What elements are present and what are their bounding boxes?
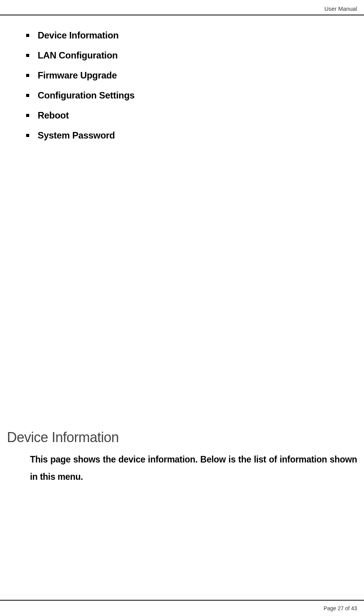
list-item-label: Device Information <box>38 30 119 41</box>
list-item: Device Information <box>26 30 135 41</box>
list-item-label: System Password <box>38 130 115 141</box>
list-item: Configuration Settings <box>26 90 135 101</box>
list-item-label: Reboot <box>38 110 69 121</box>
bullet-icon <box>26 114 29 117</box>
list-item-label: Configuration Settings <box>38 90 135 101</box>
list-item: LAN Configuration <box>26 50 135 61</box>
list-item-label: LAN Configuration <box>38 50 118 61</box>
list-item: System Password <box>26 130 135 141</box>
bullet-icon <box>26 54 29 57</box>
list-item: Reboot <box>26 110 135 121</box>
footer-divider <box>0 600 364 601</box>
bullet-icon <box>26 134 29 137</box>
header-title: User Manual <box>324 5 357 12</box>
feature-list: Device Information LAN Configuration Fir… <box>26 30 135 150</box>
bullet-icon <box>26 94 29 97</box>
list-item: Firmware Upgrade <box>26 70 135 81</box>
bullet-icon <box>26 34 29 37</box>
section-body: This page shows the device information. … <box>30 451 357 486</box>
list-item-label: Firmware Upgrade <box>38 70 117 81</box>
bullet-icon <box>26 74 29 77</box>
header-divider <box>0 15 364 15</box>
page-number: Page 27 of 43 <box>324 605 357 611</box>
section-heading: Device Information <box>7 429 119 446</box>
